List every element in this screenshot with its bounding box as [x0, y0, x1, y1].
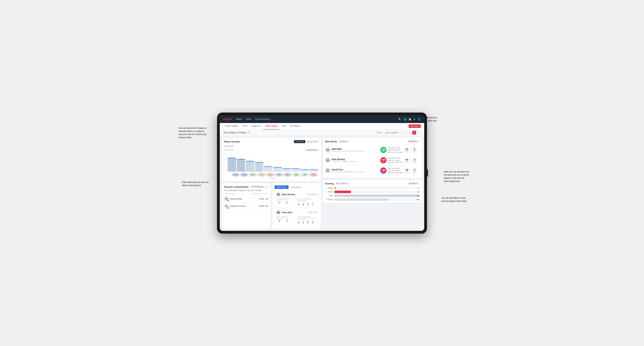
lb-avg-1: 107 — [265, 205, 268, 207]
view-heart-button[interactable]: ♥ — [412, 131, 416, 135]
shot-stat-end-ford: 0 yds — [412, 168, 418, 174]
x-axis-label: Players — [227, 177, 319, 179]
shot-avatar-mcharg: BM — [325, 158, 330, 163]
active-avatar-britt: RB — [276, 210, 281, 215]
bar-body[interactable] — [282, 169, 291, 172]
shot-player-info: Matt Miller 09 Jan 2023 · Royal North De… — [332, 148, 379, 152]
lb-col-score: PB SCORE — [251, 193, 259, 194]
bar-body[interactable] — [255, 162, 264, 172]
scoring-all-players-dropdown[interactable]: All Players ▾ — [408, 182, 420, 185]
subnav-all-players[interactable]: All Players — [288, 123, 302, 130]
page-wrapper: Choose the timescale you wish to see the… — [217, 113, 427, 234]
practice-drills-toggle[interactable]: Practice Drills — [305, 140, 319, 143]
on-course-toggle[interactable]: On Course — [294, 140, 305, 143]
add-circle-icon[interactable]: ⊕ — [414, 118, 416, 121]
scoring-label: Eagles — [325, 187, 333, 189]
add-team-button[interactable]: Add Team — [408, 124, 421, 128]
chart-dropdown[interactable]: Total Rounds ▾ — [305, 149, 319, 152]
bar-body[interactable] — [310, 170, 318, 172]
rank-badge-2: 2 — [227, 207, 230, 209]
practice-leaderboards-panel: Practice Leaderboards PUTT Must Make Put… — [222, 183, 270, 229]
chevron-down-icon: ▾ — [266, 186, 267, 188]
nav-home[interactable]: Home — [236, 117, 242, 121]
bar-value-label: 10 — [249, 160, 251, 161]
bar-body[interactable] — [292, 169, 300, 172]
people-icon[interactable]: 👥 — [404, 118, 406, 121]
best-shots-header: Best Shots All Shots ▾ All Players ▾ — [325, 140, 420, 143]
lb-score-1: 18/20 — [259, 205, 264, 207]
view-list-button[interactable]: ≡ — [417, 131, 421, 135]
subnav-pgat[interactable]: PGAT Players — [223, 123, 240, 130]
shot-row-ford[interactable]: DF David Ford 24 Aug 2023 · Royal North … — [325, 166, 420, 176]
bell-icon[interactable]: 🔔 — [408, 118, 412, 121]
nav-teams[interactable]: Teams — [245, 117, 252, 121]
leaderboard-dropdown[interactable]: PUTT Must Make Putting... ▾ — [250, 185, 268, 188]
bar-body[interactable] — [273, 167, 282, 172]
chart-avatar: OB — [275, 173, 283, 177]
lb-player-info: Richard Butler — [230, 198, 258, 200]
lb-player-name: Edward Crossman — [230, 205, 258, 207]
bar-body[interactable] — [264, 166, 272, 172]
subnav-tour[interactable]: Tour — [280, 123, 288, 130]
bar-body[interactable] — [237, 159, 245, 172]
most-active-tab[interactable]: Most Active — [274, 185, 288, 189]
bar-top-accent — [264, 166, 272, 167]
active-player-date: 26 Aug 2023 — [308, 193, 317, 195]
y-tick-10: 10 — [224, 159, 226, 160]
scoring-rows: Eagles3Birdies96Pars499Bogeys315 — [325, 187, 420, 201]
profile-icon[interactable]: 👤 — [418, 118, 421, 121]
chevron-down-icon: ▾ — [398, 131, 399, 134]
view-grid-large-button[interactable]: ⊞ — [403, 131, 407, 135]
shot-stat-end-mcharg: 0 yds — [412, 157, 418, 163]
search-icon[interactable]: 🔍 — [398, 118, 401, 121]
show-dropdown[interactable]: Last 3 months ▾ — [384, 131, 400, 134]
shot-chevron-icon[interactable]: › — [419, 149, 420, 151]
all-players-filter-dropdown[interactable]: All Players ▾ — [407, 140, 420, 143]
subnav-hcaps[interactable]: Hcaps 1-5 — [249, 123, 263, 130]
shot-stat-dist-mcharg: 43 yds — [404, 157, 410, 163]
active-stat-practice-activities: Total Practice Activities GTT 0 APP — [298, 198, 318, 206]
putt-val: 0 — [312, 222, 314, 224]
bar-body[interactable] — [301, 170, 309, 172]
shot-row-mcharg[interactable]: BM Blair McHarg 23 Jul 2023 · Ashridge G… — [325, 155, 420, 166]
lb-player-name: Richard Butler — [230, 198, 258, 200]
nav-my-performance[interactable]: My Performance — [255, 117, 270, 121]
bar-top-accent — [282, 169, 291, 169]
bar-body[interactable] — [228, 158, 236, 172]
tournament-val: 7 — [279, 202, 280, 204]
scoring-filter-dropdown[interactable]: Par 3, 4 & 5s ▾ — [335, 182, 349, 185]
player-activity-panel: Player Activity On Course Practice Drill… — [222, 138, 321, 181]
on-course-label: On Course — [224, 145, 319, 147]
y-axis-label: Total Rounds — [224, 149, 233, 151]
bar-col: 2 — [310, 153, 318, 172]
bar-value-label: 3 — [296, 167, 296, 168]
annotation-best-shots: Here you can see who's hit the best shot… — [444, 170, 469, 183]
lb-col-name: PLAYER NAME — [225, 193, 250, 194]
subnav-team-clippd[interactable]: Team Clippd — [263, 123, 280, 130]
bar-col: 4 — [273, 153, 282, 172]
shot-desc-ford: Shot Dist: 16 yds Start Lie: Rough End L… — [388, 167, 402, 174]
active-player-row: BM Blair McHarg 26 Aug 2023 Total Rounds — [274, 191, 319, 207]
bar-top-accent — [228, 158, 236, 158]
putt-val: 1 — [312, 204, 314, 206]
scoring-panel: Scoring Par 3, 4 & 5s ▾ All Players ▾ Ea… — [323, 180, 422, 203]
subnav-pga[interactable]: PGA — [240, 123, 249, 130]
shots-filter-dropdown[interactable]: All Shots ▾ — [338, 140, 349, 143]
edit-icon[interactable]: ✏️ — [248, 131, 250, 134]
tablet-frame: clippd Home Teams My Performance 🔍 👥 🔔 ⊕… — [217, 113, 427, 234]
scoring-bar-value: 499 — [417, 195, 419, 197]
practice-sub: GTT 0 APP 0 — [298, 202, 318, 206]
shot-chevron-icon[interactable]: › — [419, 169, 420, 172]
bar-body[interactable] — [246, 161, 254, 172]
shot-player-name: Matt Miller — [332, 148, 379, 150]
shot-player-meta: 24 Aug 2023 · Royal North Devon GC, Hole… — [332, 171, 379, 173]
scoring-label: Birdies — [325, 191, 333, 193]
shot-badge-ford: 198 SG — [380, 168, 386, 174]
least-active-tab[interactable]: Least Active — [288, 185, 303, 189]
y-tick-0: 0 — [225, 170, 226, 172]
bar-chart-outer: 15 10 5 0 1312109543322 BMRBDFJCEEOBRBMM… — [224, 153, 319, 179]
shot-row-miller[interactable]: MM Matt Miller 09 Jan 2023 · Royal North… — [325, 145, 420, 155]
view-grid-button[interactable]: ⊟ — [408, 131, 412, 135]
tablet-screen: clippd Home Teams My Performance 🔍 👥 🔔 ⊕… — [220, 115, 424, 231]
shot-chevron-icon[interactable]: › — [419, 159, 420, 162]
